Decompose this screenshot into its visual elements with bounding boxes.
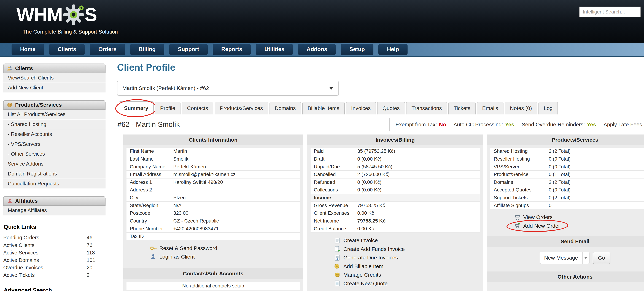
nav-item[interactable]: Setup (341, 44, 374, 55)
nav-item[interactable]: Addons (298, 44, 336, 55)
tab[interactable]: Profile (155, 102, 180, 114)
sidebar-item[interactable]: Manage Affiliates (3, 206, 106, 216)
table-row: Support Tickets 0 (2 Total) (490, 194, 644, 202)
flag-label: Exempt from Tax: (396, 122, 437, 128)
action-link[interactable]: Create Add Funds Invoice (334, 245, 405, 253)
quick-link-row[interactable]: Active Domains 101 (3, 256, 106, 264)
tab[interactable]: Tickets (448, 102, 476, 114)
nav-item[interactable]: Orders (90, 44, 125, 55)
sidebar-header-clients: Clients (3, 63, 106, 73)
sidebar-item[interactable]: - Other Services (3, 149, 106, 159)
table-row: Reseller Hosting 0 (0 Total) (490, 155, 644, 163)
credits-icon (334, 272, 340, 278)
quick-link-row[interactable]: Overdue Invoices 20 (3, 264, 106, 272)
action-link-label: Login as Client (159, 254, 195, 260)
nav-item[interactable]: Help (378, 44, 408, 55)
flag-label: Send Overdue Reminders: (522, 122, 585, 128)
table-row: City Plzeň (126, 194, 300, 202)
flag-value[interactable]: No (439, 122, 446, 128)
quick-link-row[interactable]: Active Tickets 2 (3, 272, 106, 279)
action-link[interactable]: Add Billable Item (334, 263, 384, 270)
clients-icon (7, 65, 12, 71)
sidebar-item[interactable]: Add New Client (3, 83, 106, 93)
row-label: Draft (310, 156, 356, 162)
table-row: Country CZ - Czech Republic (126, 217, 300, 225)
other-actions-header: Other Actions (487, 272, 644, 282)
quick-link-row[interactable]: Active Clients 76 (3, 242, 106, 249)
table-row: Net Income 79753.25 Kč (310, 217, 480, 225)
nav-item[interactable]: Reports (213, 44, 251, 55)
email-template-select[interactable]: New Message (540, 252, 590, 264)
table-row: Product/Service 0 (1 Total) (490, 171, 644, 179)
panel-title: Products/Services (552, 137, 598, 143)
nav-item[interactable]: Clients (49, 44, 85, 55)
tab[interactable]: Invoices (346, 102, 376, 114)
sidebar-item[interactable]: View/Search Clients (3, 73, 106, 83)
send-email-header: Send Email (487, 236, 644, 247)
panel-title: Other Actions (558, 274, 593, 280)
sidebar-item[interactable]: List All Products/Services (3, 110, 106, 120)
sidebar-item[interactable]: - Shared Hosting (3, 120, 106, 130)
row-value: Perfekt Kámen (172, 164, 300, 170)
action-link[interactable]: Manage Credits (334, 271, 381, 279)
client-tabs: Summary Profile Contacts Products/Servic… (117, 101, 644, 114)
nav-item[interactable]: Billing (130, 44, 164, 55)
tab[interactable]: Log (538, 102, 558, 114)
action-link[interactable]: View Orders (514, 214, 552, 221)
intelligent-search-input[interactable] (579, 6, 641, 17)
invoices-billing-header: Invoices/Billing (307, 134, 483, 145)
panel-title: Send Email (561, 239, 590, 245)
whmcs-logo[interactable]: WHM S (16, 4, 97, 25)
table-row: Income (310, 194, 480, 202)
action-link[interactable]: Create New Quote (334, 280, 388, 287)
row-label: Phone Number (126, 226, 172, 232)
tab[interactable]: Contacts (182, 102, 213, 114)
addfunds-icon (334, 246, 340, 252)
quick-link-row[interactable]: Pending Orders 46 (3, 234, 106, 242)
table-row: Address 2 (126, 186, 300, 194)
quick-link-label: Active Domains (3, 257, 86, 263)
row-value: CZ - Czech Republic (172, 218, 300, 224)
tab[interactable]: Transactions (406, 102, 447, 114)
client-select-dropdown[interactable]: Martin Smolík (Perfekt Kámen) - #62 (117, 81, 339, 95)
nav-item[interactable]: Utilities (256, 44, 293, 55)
sidebar-item[interactable]: Domain Registrations (3, 169, 106, 179)
sidebar-item[interactable]: - Reseller Accounts (3, 129, 106, 139)
action-link[interactable]: Reset & Send Password (150, 245, 217, 252)
tab[interactable]: Quotes (377, 102, 405, 114)
sidebar-item[interactable]: Cancellation Requests (3, 179, 106, 189)
cart-icon (514, 214, 520, 221)
action-link[interactable]: Create Invoice (334, 237, 378, 244)
action-link[interactable]: Generate Due Invoices (334, 254, 398, 261)
table-row: Paid 35 (79753.25 Kč) (310, 148, 480, 155)
action-link-label: Create Invoice (344, 237, 378, 244)
action-link[interactable]: Login as Client (150, 253, 195, 261)
row-label: Refunded (310, 179, 356, 185)
row-value: 0 (0 Total) (547, 187, 644, 193)
row-value: 0 (0 Total) (547, 164, 644, 170)
sidebar-section-affiliates: Affiliates Manage Affiliates (3, 196, 106, 216)
tab[interactable]: Domains (270, 102, 301, 114)
flag-value[interactable]: Yes (587, 122, 596, 128)
sidebar-item[interactable]: - VPS/Servers (3, 139, 106, 149)
tab[interactable]: Notes (0) (505, 102, 537, 114)
row-label: Reseller Hosting (490, 156, 547, 162)
tab[interactable]: Emails (477, 102, 504, 114)
action-link[interactable]: Add New Order (514, 222, 560, 230)
go-button[interactable]: Go (593, 252, 610, 264)
nav-item[interactable]: Support (169, 44, 208, 55)
quick-link-count: 20 (87, 265, 106, 271)
table-row: Collections 0 (0.00 Kč) (310, 186, 480, 194)
row-label: Email Address (126, 172, 172, 177)
sidebar-item[interactable]: Service Addons (3, 159, 106, 169)
nav-item[interactable]: Home (12, 44, 44, 55)
flag-value[interactable]: Yes (505, 122, 514, 128)
invoices-billing-table: Paid 35 (79753.25 Kč) Draft 0 (0.00 Kč) … (310, 148, 480, 233)
row-label: Unpaid/Due (310, 164, 356, 170)
tab[interactable]: Summary (119, 101, 154, 114)
tab[interactable]: Products/Services (214, 102, 268, 114)
quick-link-row[interactable]: Active Services 118 (3, 249, 106, 256)
quick-link-count: 118 (87, 250, 106, 256)
gear-icon (63, 4, 84, 25)
tab[interactable]: Billable Items (302, 102, 345, 114)
